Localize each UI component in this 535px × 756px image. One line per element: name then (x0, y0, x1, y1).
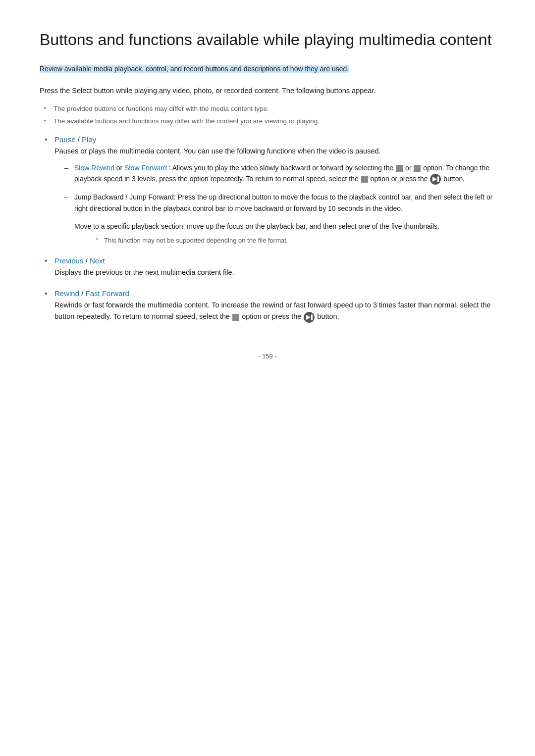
dash-slow-desc4: button. (443, 175, 465, 183)
section-note-item: This function may not be supported depen… (94, 236, 495, 246)
notes-list: The provided buttons or functions may di… (40, 104, 495, 127)
bullet-term-play: Play (82, 135, 96, 144)
pause-play-desc: Pauses or plays the multimedia content. … (54, 146, 495, 157)
bullet-term-separator-2: / (86, 256, 90, 265)
slow-rewind-icon (396, 165, 403, 172)
bullet-item-pause-play: Pause / Play Pauses or plays the multime… (45, 135, 495, 246)
bullet-term-pause-play: Pause (54, 135, 76, 144)
rewind-ff-desc: Rewinds or fast forwards the multimedia … (54, 300, 495, 322)
bullet-list: Pause / Play Pauses or plays the multime… (45, 135, 495, 322)
pause-play-sub-list: Slow Rewind or Slow Forward : Allows you… (64, 162, 495, 246)
play-circle-line-icon-1 (430, 174, 441, 185)
rewind-normal-icon (232, 314, 239, 321)
page-title: Buttons and functions available while pl… (40, 30, 495, 50)
bullet-item-prev-next: Previous / Next Displays the previous or… (45, 256, 495, 278)
slow-rewind-term: Slow Rewind (74, 164, 114, 172)
bullet-term-next: Next (90, 256, 105, 265)
bullet-term-separator-1: / (78, 135, 82, 144)
section-note-list: This function may not be supported depen… (94, 236, 495, 246)
bullet-term-previous: Previous (54, 256, 83, 265)
bullet-term-rewind: Rewind (54, 289, 79, 298)
dash-slow-desc3: option or press the (371, 175, 430, 183)
slow-forward-term: Slow Forward (124, 164, 167, 172)
note-item-1: The provided buttons or functions may di… (40, 104, 495, 114)
subtitle-highlight: Review available media playback, control… (40, 65, 349, 73)
bullet-term-separator-3: / (81, 289, 85, 298)
subtitle: Review available media playback, control… (40, 63, 495, 74)
dash-item-jump: Jump Backward / Jump Forward: Press the … (64, 192, 495, 214)
play-circle-line-icon-2 (304, 312, 315, 323)
prev-next-desc: Displays the previous or the next multim… (54, 267, 495, 278)
dash-slow-or: or (116, 164, 124, 172)
dash-slow-desc: : Allows you to play the video slowly ba… (169, 164, 396, 172)
intro-text: Press the Select button while playing an… (40, 85, 495, 97)
bullet-item-rewind-ff: Rewind / Fast Forward Rewinds or fast fo… (45, 289, 495, 322)
dash-item-section: Move to a specific playback section, mov… (64, 221, 495, 246)
page-number: - 159 - (40, 353, 495, 360)
dash-item-slow: Slow Rewind or Slow Forward : Allows you… (64, 162, 495, 185)
dash-slow-or2: or (405, 164, 413, 172)
slow-forward-icon (414, 165, 421, 172)
slow-normal-icon (361, 176, 368, 183)
note-item-2: The available buttons and functions may … (40, 116, 495, 127)
bullet-term-fastforward: Fast Forward (86, 289, 129, 298)
